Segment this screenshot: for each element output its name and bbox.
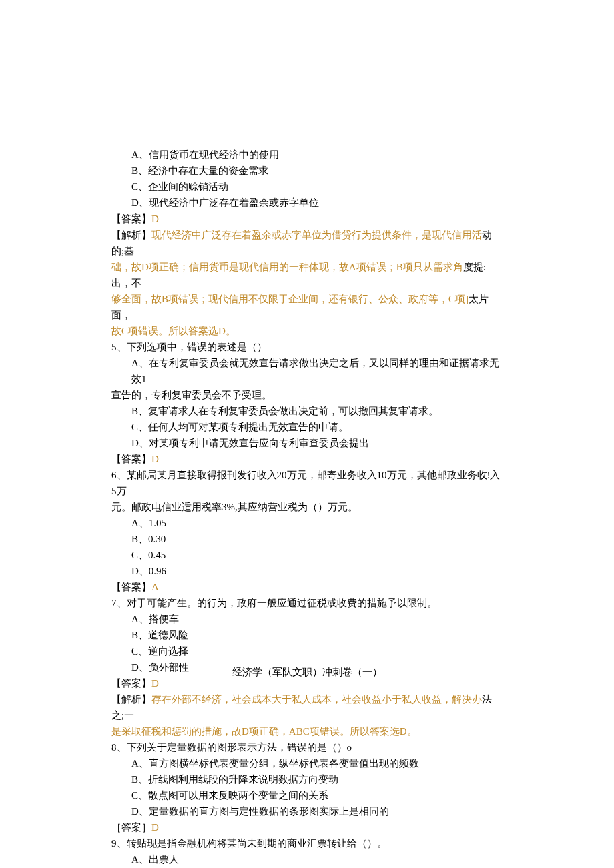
q6-answer: 【答案】A (111, 579, 504, 595)
q9-stem: 9、转贴现是指金融机构将某尚未到期的商业汇票转让给（）。 (111, 835, 504, 851)
answer-label: ［答案］ (111, 822, 151, 833)
answer-label: 【答案】 (111, 582, 151, 592)
answer-letter: D (151, 213, 159, 224)
q4-analysis-line2: 础，故D项正确；信用货币是现代信用的一种体现，故A项错误；B项只从需求角度提:出… (111, 259, 504, 291)
q8-stem: 8、下列关于定量数据的图形表示方法，错误的是（）o (111, 739, 504, 755)
q5-option-d: D、对某项专利申请无效宣告应向专利审查委员会提出 (111, 435, 504, 451)
document-page: A、信用货币在现代经济中的使用 B、经济中存在大量的资金需求 C、企业间的赊销活… (0, 0, 614, 868)
q8-option-a: A、直方图横坐标代表变量分组，纵坐标代表各变量值出现的频数 (111, 755, 504, 771)
q5-answer: 【答案】D (111, 451, 504, 467)
q7-analysis-line1: 【解析】存在外部不经济，社会成本大于私人成本，社会收益小于私人收益，解决办法之;… (111, 691, 504, 723)
q6-option-a: A、1.05 (111, 515, 504, 531)
q6-option-d: D、0.96 (111, 563, 504, 579)
q6-option-b: B、0.30 (111, 531, 504, 547)
q4-analysis-line1: 【解析】现代经济中广泛存在着盈余或赤字单位为借贷行为提供条件，是现代信用活动的;… (111, 227, 504, 259)
q7-stem: 7、对于可能产生。的行为，政府一般应通过征税或收费的措施予以限制。 (111, 595, 504, 611)
page-footer: 经济学（军队文职）冲刺卷（一） (0, 664, 614, 680)
answer-label: 【答案】 (111, 213, 151, 224)
q8-option-c: C、散点图可以用来反映两个变量之间的关系 (111, 787, 504, 803)
q9-option-a: A、出票人 (111, 851, 504, 867)
q6-stem-line1: 6、某邮局某月直接取得报刊发行收入20万元，邮寄业务收入10万元，其他邮政业务收… (111, 467, 504, 499)
q5-option-a-line2: 宣告的，专利复审委员会不予受理。 (111, 387, 504, 403)
q6-stem-line2: 元。邮政电信业适用税率3%,其应纳营业税为（）万元。 (111, 499, 504, 515)
analysis-text: 现代经济中广泛存在着盈余或赤字单位为借贷行为提供条件，是现代信用活 (151, 230, 482, 240)
q6-option-c: C、0.45 (111, 547, 504, 563)
answer-label: 【答案】 (111, 454, 151, 464)
analysis-text: 够全面，故B项错误；现代信用不仅限于企业间，还有银行、公众、政府等，C项] (111, 294, 469, 304)
q4-option-c: C、企业间的赊销活动 (111, 179, 504, 195)
q4-answer: 【答案】D (111, 211, 504, 227)
q8-option-b: B、折线图利用线段的升降来说明数据方向变动 (111, 771, 504, 787)
q8-answer: ［答案］D (111, 819, 504, 835)
answer-letter: A (151, 582, 159, 592)
q4-option-d: D、现代经济中广泛存在着盈余或赤字单位 (111, 195, 504, 211)
q5-option-c: C、任何人均可对某项专利提出无效宣告的申请。 (111, 419, 504, 435)
q8-option-d: D、定量数据的直方图与定性数据的条形图实际上是相同的 (111, 803, 504, 819)
q4-analysis-line3: 够全面，故B项错误；现代信用不仅限于企业间，还有银行、公众、政府等，C项]太片面… (111, 291, 504, 323)
analysis-text: 础，故D项正确；信用货币是现代信用的一种体现，故A项错误；B项只从需求角 (111, 262, 463, 272)
analysis-label: 【解析】 (111, 694, 151, 705)
q5-option-a-line1: A、在专利复审委员会就无效宣告请求做出决定之后，又以同样的理由和证据请求无效1 (111, 355, 504, 387)
analysis-text: 故C项错误。所以答案选D。 (111, 326, 236, 336)
q5-option-b: B、复审请求人在专利复审委员会做出决定前，可以撤回其复审请求。 (111, 403, 504, 419)
analysis-label: 【解析】 (111, 230, 151, 240)
answer-letter: D (151, 822, 159, 833)
analysis-text: 存在外部不经济，社会成本大于私人成本，社会收益小于私人收益，解决办 (151, 694, 482, 705)
answer-letter: D (151, 454, 159, 464)
q4-analysis-line4: 故C项错误。所以答案选D。 (111, 323, 504, 339)
q5-stem: 5、下列选项中，错误的表述是（） (111, 339, 504, 355)
q7-option-b: B、道德风险 (111, 627, 504, 643)
q4-option-a: A、信用货币在现代经济中的使用 (111, 147, 504, 163)
analysis-text: 是采取征税和惩罚的措施，故D项正确，ABC项错误。所以答案选D。 (111, 726, 417, 737)
q7-option-a: A、搭便车 (111, 611, 504, 627)
q4-option-b: B、经济中存在大量的资金需求 (111, 163, 504, 179)
q7-analysis-line2: 是采取征税和惩罚的措施，故D项正确，ABC项错误。所以答案选D。 (111, 723, 504, 739)
q7-option-c: C、逆向选择 (111, 643, 504, 659)
